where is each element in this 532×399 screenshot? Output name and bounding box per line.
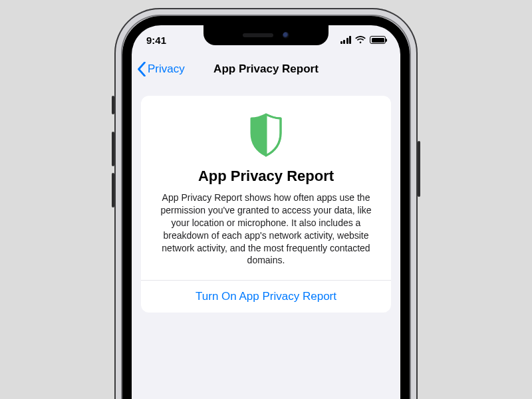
silence-switch — [112, 96, 114, 114]
front-camera — [283, 32, 289, 39]
volume-down-button — [112, 173, 114, 207]
notch — [203, 25, 329, 45]
iphone-frame: 9:41 — [114, 8, 418, 399]
back-button[interactable]: Privacy — [137, 55, 185, 84]
card-description: App Privacy Report shows how often apps … — [154, 192, 378, 267]
battery-icon — [370, 36, 386, 44]
earpiece-speaker — [243, 33, 273, 37]
navigation-bar: Privacy App Privacy Report — [132, 55, 400, 84]
turn-on-button[interactable]: Turn On App Privacy Report — [141, 280, 391, 313]
power-button — [418, 141, 420, 197]
card-title: App Privacy Report — [154, 168, 378, 185]
volume-up-button — [112, 132, 114, 166]
content-area: App Privacy Report App Privacy Report sh… — [132, 84, 400, 313]
phone-bezel: 9:41 — [122, 16, 410, 399]
nav-title: App Privacy Report — [213, 63, 319, 76]
phone-screen: 9:41 — [132, 25, 400, 399]
back-label: Privacy — [148, 63, 185, 76]
status-time: 9:41 — [146, 35, 193, 46]
info-card: App Privacy Report App Privacy Report sh… — [141, 96, 391, 313]
chevron-left-icon — [137, 62, 146, 76]
wifi-icon — [355, 36, 366, 44]
shield-icon — [154, 113, 378, 157]
card-body: App Privacy Report App Privacy Report sh… — [141, 96, 391, 280]
cellular-signal-icon — [340, 36, 352, 44]
status-indicators — [340, 36, 386, 44]
